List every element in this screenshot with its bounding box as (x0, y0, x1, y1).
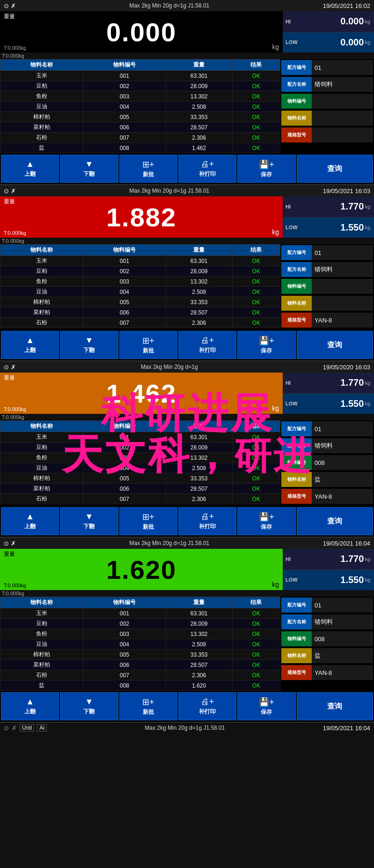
btn-query-2[interactable]: 查询 (297, 331, 373, 359)
info-row-4: 规格型号YAN-8 (281, 489, 373, 504)
table-row: 石粉0072.306OK (0, 318, 280, 328)
hi-value-2: 1.770 (340, 201, 364, 212)
btn-query-label-2: 查询 (327, 340, 342, 350)
info-value-1: 猪饲料 (312, 438, 373, 453)
table-left-4: 物料名称 物料编号 重量 结果 玉米00163.301OK豆粕00228.009… (0, 597, 280, 691)
info-row-2: 物料编号008 (281, 455, 373, 470)
info-row-4: 规格型号 (281, 127, 373, 142)
table-section-4: 物料名称 物料编号 重量 结果 玉米00163.301OK豆粕00228.009… (0, 597, 374, 691)
table-row: 鱼粉00313.302OK (0, 91, 280, 102)
btn-save-label-1: 保存 (261, 171, 272, 179)
hi-value-4: 1.770 (340, 554, 364, 564)
btn-batch-1[interactable]: ⊞+ 新批 (119, 155, 177, 183)
info-label-3: 物料名称 (281, 111, 312, 126)
low-label-1: LOW (286, 39, 298, 45)
info-label-0: 配方编号 (281, 598, 312, 613)
col-h-result-3: 结果 (232, 421, 280, 432)
bottom-bar-datetime: 19/05/2021 16:04 (323, 725, 370, 732)
table-row: 玉米00163.301OK (0, 71, 280, 81)
topbar-1: ⊙ ✗ Max 2kg Min 20g d=1g J1.58.01 19/05/… (0, 0, 374, 11)
btn-print-3[interactable]: 🖨+ 补打印 (178, 507, 236, 535)
table-row: 豆粕00228.009OK (0, 81, 280, 91)
topbar-1-datetime: 19/05/2021 16:02 (323, 2, 370, 9)
info-row-1: 配方名称猪饲料 (281, 262, 373, 277)
info-row-2: 物料编号008 (281, 631, 373, 646)
btn-up-2[interactable]: ▲ 上翻 (1, 331, 59, 359)
btn-batch-3[interactable]: ⊞+ 新批 (119, 507, 177, 535)
btn-save-1[interactable]: 💾+ 保存 (237, 155, 295, 183)
btn-up-4[interactable]: ▲ 上翻 (1, 692, 59, 720)
col-h-num-4: 物料编号 (83, 597, 166, 608)
btn-print-4[interactable]: 🖨+ 补打印 (178, 692, 236, 720)
data-table-1: 物料名称 物料编号 重量 结果 玉米00163.301OK豆粕00228.009… (0, 59, 280, 153)
table-row: 石粉0072.306OK (0, 133, 280, 143)
weight-unit-4: kg (272, 581, 279, 588)
btn-batch-4[interactable]: ⊞+ 新批 (119, 692, 177, 720)
info-label-1: 配方名称 (281, 438, 312, 453)
table-row: 豆油0042.508OK (0, 102, 280, 112)
btn-up-3[interactable]: ▲ 上翻 (1, 507, 59, 535)
info-value-0: 01 (312, 421, 373, 436)
info-value-2 (312, 94, 373, 109)
btn-batch-label-4: 新批 (143, 708, 154, 716)
btn-batch-label-1: 新批 (143, 171, 154, 179)
btn-save-label-2: 保存 (261, 347, 272, 355)
table-row: 豆粕00228.009OK (0, 266, 280, 277)
table-row: 鱼粉00313.302OK (0, 629, 280, 639)
btn-query-4[interactable]: 查询 (297, 692, 373, 720)
table-row: 豆油0042.508OK (0, 463, 280, 473)
info-label-4: 规格型号 (281, 489, 312, 504)
topbar-4-info: Max 2kg Min 20g d=1g J1.58.01 (129, 540, 209, 546)
col-header-num-1: 物料编号 (83, 60, 166, 71)
info-value-4: YAN-8 (312, 489, 373, 504)
hi-value-3: 1.770 (340, 377, 364, 388)
logo-icon-3: ⊙ ✗ (4, 364, 16, 371)
topbar-1-left: ⊙ ✗ (4, 2, 16, 9)
btn-print-label-3: 补打印 (199, 523, 216, 531)
info-row-2: 物料编号 (281, 94, 373, 109)
btn-batch-label-3: 新批 (143, 523, 154, 531)
col-h-weight-4: 重量 (166, 597, 232, 608)
tare-label-1: T:0.000kg (4, 45, 26, 51)
btn-query-1[interactable]: 查询 (297, 155, 373, 183)
info-value-4 (312, 127, 373, 142)
btn-print-1[interactable]: 🖨+ 补打印 (178, 155, 236, 183)
info-label-0: 配方编号 (281, 421, 312, 436)
topbar-2-left: ⊙ ✗ (4, 187, 16, 195)
btn-down-icon-1: ▼ (85, 159, 94, 169)
bottom-bar-info: Max 2kg Min 20g d=1g J1.58.01 (145, 725, 225, 731)
info-label-4: 规格型号 (281, 313, 312, 328)
btn-save-3[interactable]: 💾+ 保存 (237, 507, 295, 535)
table-section-2: 物料名称 物料编号 重量 结果 玉米00163.301OK豆粕00228.009… (0, 244, 374, 329)
btn-query-3[interactable]: 查询 (297, 507, 373, 535)
data-table-3: 物料名称 物料编号 重量 结果 玉米00163.301OK豆粕00228.009… (0, 420, 280, 504)
info-value-0: 01 (312, 245, 373, 260)
btn-up-label-3: 上翻 (24, 523, 36, 531)
weight-label-2: 重量 (4, 198, 15, 206)
btn-down-2[interactable]: ▼ 下翻 (60, 331, 118, 359)
info-label-2: 物料编号 (281, 279, 312, 294)
btn-save-4[interactable]: 💾+ 保存 (237, 692, 295, 720)
hi-label-3: HI (286, 380, 291, 386)
btn-print-label-2: 补打印 (199, 346, 216, 354)
btn-down-4[interactable]: ▼ 下翻 (60, 692, 118, 720)
low-value-3: 1.550 (340, 398, 364, 409)
info-value-3 (312, 111, 373, 126)
tare-display-1: T:0.000kg (2, 53, 24, 59)
info-row-1: 配方名称猪饲料 (281, 614, 373, 629)
table-left-2: 物料名称 物料编号 重量 结果 玉米00163.301OK豆粕00228.009… (0, 244, 280, 329)
col-header-weight-1: 重量 (166, 60, 232, 71)
btn-up-1[interactable]: ▲ 上翻 (1, 155, 59, 183)
weight-unit-3: kg (272, 404, 279, 412)
btn-down-label-4: 下翻 (83, 708, 95, 716)
btn-down-3[interactable]: ▼ 下翻 (60, 507, 118, 535)
btn-print-2[interactable]: 🖨+ 补打印 (178, 331, 236, 359)
btn-batch-2[interactable]: ⊞+ 新批 (119, 331, 177, 359)
tare-display-4: T:0.000kg (2, 591, 24, 596)
info-value-3: 盐 (312, 648, 373, 663)
btn-down-1[interactable]: ▼ 下翻 (60, 155, 118, 183)
btn-save-icon-1: 💾+ (259, 159, 274, 170)
table-row: 鱼粉00313.302OK (0, 453, 280, 463)
btn-save-2[interactable]: 💾+ 保存 (237, 331, 295, 359)
low-unit-2: kg (365, 224, 370, 230)
